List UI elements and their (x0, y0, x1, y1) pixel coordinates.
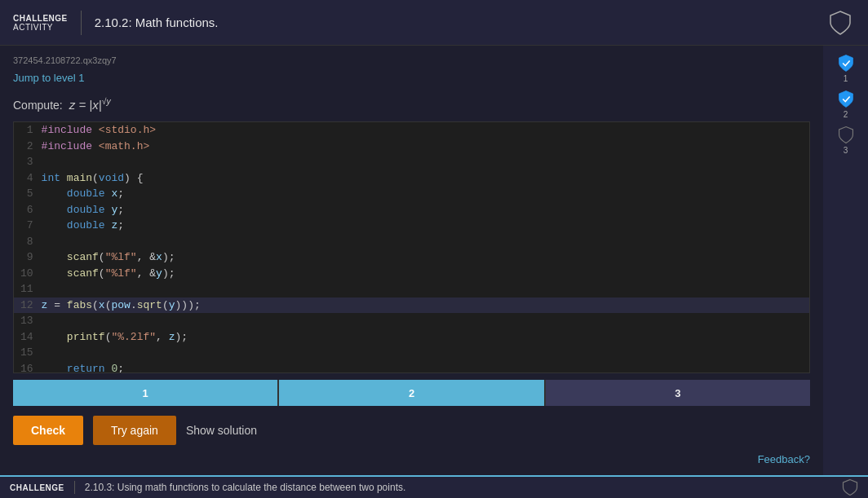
level-badge-3[interactable]: 3 (833, 126, 859, 155)
feedback-area: Feedback? (13, 445, 810, 465)
code-line: 3 (14, 154, 809, 170)
code-line: 9 scanf("%lf", &x); (14, 249, 809, 266)
code-table: 1 #include <stdio.h> 2 #include <math.h>… (14, 122, 809, 373)
action-buttons: Check Try again Show solution (13, 416, 810, 445)
progress-segment-3[interactable]: 3 (546, 380, 810, 406)
code-line: 4 int main(void) { (14, 170, 809, 187)
check-button[interactable]: Check (13, 416, 83, 445)
jump-to-level-link[interactable]: Jump to level 1 (13, 72, 810, 84)
progress-segment-2[interactable]: 2 (279, 380, 545, 406)
level-badge-num-2: 2 (844, 110, 848, 119)
progress-label-1: 1 (143, 387, 148, 399)
code-line: 6 double y; (14, 202, 809, 218)
code-line: 11 (14, 281, 809, 297)
progress-bar: 1 2 3 (13, 380, 810, 406)
progress-segment-1[interactable]: 1 (13, 380, 279, 406)
code-line: 5 double x; (14, 186, 809, 202)
shield-checked-icon-2 (835, 90, 857, 108)
level-badge-1[interactable]: 1 (833, 54, 859, 83)
code-editor[interactable]: 1 #include <stdio.h> 2 #include <math.h>… (13, 121, 810, 373)
code-line: 15 (14, 345, 809, 361)
code-line: 8 (14, 234, 809, 250)
try-again-button[interactable]: Try again (93, 416, 176, 445)
formula-section: Compute: z = |x|√y (13, 95, 810, 112)
bottom-shield-icon (842, 478, 858, 496)
content-area: 372454.2108722.qx3zqy7 Jump to level 1 C… (0, 46, 868, 475)
progress-label-3: 3 (675, 387, 680, 399)
code-line: 16 return 0; (14, 361, 809, 374)
main-panel: 372454.2108722.qx3zqy7 Jump to level 1 C… (0, 46, 823, 475)
shield-checked-icon-1 (835, 54, 857, 73)
activity-label: ACTIVITY (13, 23, 68, 32)
formula-expression: z = |x|√y (66, 98, 111, 112)
main-container: CHALLENGE ACTIVITY 2.10.2: Math function… (0, 0, 868, 498)
shield-unchecked-icon-3 (835, 126, 857, 144)
level-badge-2[interactable]: 2 (833, 90, 859, 119)
bottom-bar: CHALLENGE 2.10.3: Using math functions t… (0, 475, 868, 498)
code-line: 13 (14, 313, 809, 329)
level-badge-num-3: 3 (844, 146, 848, 155)
feedback-link[interactable]: Feedback? (758, 453, 810, 465)
header-title: 2.10.2: Math functions. (95, 15, 826, 29)
code-line: 1 #include <stdio.h> (14, 122, 809, 139)
bottom-divider (74, 481, 75, 494)
code-line: 10 scanf("%lf", &y); (14, 266, 809, 282)
header-shield-button[interactable] (826, 7, 855, 39)
code-line: 14 printf("%.2lf", z); (14, 329, 809, 346)
session-id: 372454.2108722.qx3zqy7 (13, 55, 810, 65)
bottom-challenge-label: CHALLENGE (10, 483, 64, 492)
show-solution-button[interactable]: Show solution (186, 424, 257, 437)
shield-icon (829, 10, 852, 36)
challenge-label: CHALLENGE (13, 14, 68, 23)
challenge-activity-label: CHALLENGE ACTIVITY (13, 14, 68, 32)
code-line: 7 double z; (14, 218, 809, 234)
right-sidebar: 1 2 3 (823, 46, 868, 475)
formula-prefix: Compute: (13, 99, 63, 112)
bottom-title: 2.10.3: Using math functions to calculat… (85, 482, 406, 493)
header-divider (81, 11, 82, 35)
level-badge-num-1: 1 (844, 74, 848, 83)
progress-label-2: 2 (409, 387, 414, 399)
code-line: 2 #include <math.h> (14, 139, 809, 155)
header-bar: CHALLENGE ACTIVITY 2.10.2: Math function… (0, 0, 868, 46)
code-line-highlighted: 12 z = fabs(x(pow.sqrt(y))); (14, 297, 809, 314)
